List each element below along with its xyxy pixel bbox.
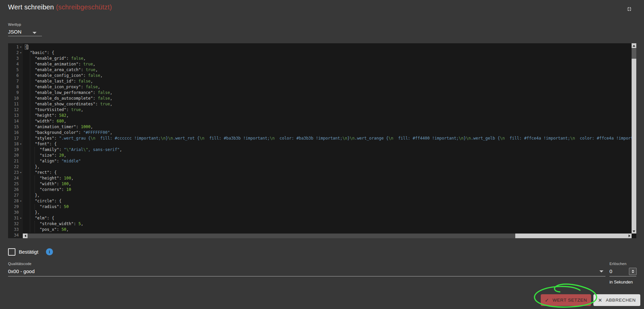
code-line: 12 "tourVisited": true, (8, 107, 632, 113)
text-cursor (27, 45, 28, 49)
code-line: 24 "height": 100, (8, 175, 632, 181)
code-line: 3 "enable_grid": false, (8, 56, 632, 61)
vertical-scrollbar[interactable] (632, 43, 636, 234)
code-line: 1▾{ (8, 44, 632, 50)
code-line: 6 "enable_config_icon": false, (8, 73, 632, 79)
code-line: 7 "enable_last_id": false, (8, 79, 632, 84)
chevron-down-icon[interactable] (599, 270, 603, 272)
cancel-button-label: ABBRECHEN (606, 298, 636, 303)
arrow-left-icon (24, 235, 26, 237)
code-line: 27 }, (8, 193, 632, 198)
code-line: 15 "animation_timer": 1000, (8, 124, 632, 130)
collapse-dialog-button[interactable] (624, 5, 634, 15)
indent-guide (30, 50, 30, 233)
editor-code-area[interactable]: 1▾{2▾ "basic": {3 "enable_grid": false,4… (8, 43, 632, 238)
expire-unit-label: in Sekunden (609, 280, 633, 285)
arrow-right-icon (629, 235, 630, 237)
check-icon: ✓ (545, 297, 549, 303)
code-line: 13 "height": 582, (8, 113, 632, 118)
code-line: 11 "enable_show_coordinates": true, (8, 101, 632, 107)
info-icon[interactable]: i (46, 248, 53, 255)
vertical-scrollbar-thumb[interactable] (632, 48, 636, 59)
chevron-down-icon[interactable] (33, 32, 37, 34)
expire-stepper[interactable] (629, 268, 637, 275)
value-type-select[interactable]: JSON (8, 29, 21, 35)
close-icon: ✕ (598, 297, 602, 303)
horizontal-scrollbar-thumb[interactable] (515, 234, 627, 238)
code-line: 21 "align": "middle" (8, 158, 632, 164)
expire-underline (609, 276, 636, 276)
info-glyph: i (49, 249, 50, 254)
code-line: 8 "enable_icon_proxy": false, (8, 84, 632, 90)
indent-guide (35, 175, 35, 193)
dialog-title-text: Wert schreiben (8, 3, 54, 11)
code-line: 29 "radius": 50 (8, 204, 632, 210)
code-line: 17 "styles": ".wert_grau {\n fill: #cccc… (8, 136, 632, 141)
code-line: 4 "enable_animation": true, (8, 61, 632, 67)
expire-input[interactable]: 0 (609, 268, 612, 274)
quality-code-label: Qualitätscode (8, 262, 32, 266)
horizontal-scrollbar[interactable] (23, 234, 632, 238)
stepper-up-icon[interactable] (632, 270, 634, 271)
code-line: 23▾ "rect": { (8, 170, 632, 175)
code-line: 20 "size": 20, (8, 153, 632, 158)
confirmed-label: Bestätigt (19, 249, 38, 255)
code-line: 18▾ "font": { (8, 141, 632, 147)
code-line: 32 "stroke_width": 5, (8, 221, 632, 227)
code-line: 28▾ "circle": { (8, 198, 632, 204)
code-line: 25 "width": 100, (8, 181, 632, 187)
confirmed-checkbox[interactable] (8, 248, 15, 256)
expire-label: Erlöschen (609, 262, 627, 266)
stepper-down-icon[interactable] (632, 272, 634, 273)
fullscreen-exit-icon (626, 6, 633, 14)
code-line: 16 "background_color": "#FFFFFF00", (8, 130, 632, 136)
code-line: 2▾ "basic": { (8, 50, 632, 56)
code-line: 9 "enable_low_performance": false, (8, 90, 632, 96)
code-line: 33 "pos_x": 50, (8, 227, 632, 233)
value-type-underline (8, 36, 42, 36)
page-title: Wert schreiben(schreibgeschützt) (8, 3, 112, 11)
code-line: 19 "family": "\"Arial\", sans-serif", (8, 147, 632, 153)
scroll-up-button[interactable] (632, 43, 636, 48)
scroll-right-button[interactable] (627, 234, 632, 238)
code-line: 26 "corners": 10 (8, 187, 632, 193)
code-line: 14 "width": 680, (8, 118, 632, 124)
quality-code-select[interactable]: 0x00 - good (8, 268, 35, 274)
write-value-dialog: { "window": { "title": "Wert schreiben",… (0, 0, 644, 309)
scroll-left-button[interactable] (23, 234, 27, 238)
quality-code-underline (8, 276, 605, 276)
indent-guide (35, 147, 35, 164)
readonly-badge: (schreibgeschützt) (56, 3, 112, 11)
indent-guide (35, 204, 35, 210)
cancel-button[interactable]: ✕ ABBRECHEN (593, 294, 640, 306)
arrow-down-icon (633, 230, 635, 232)
code-line: 10 "enable_ds_autocomplete": false, (8, 96, 632, 101)
arrow-up-icon (633, 45, 635, 47)
code-line: 30 }, (8, 210, 632, 215)
indent-guide (35, 221, 35, 233)
set-value-button[interactable]: ✓ WERT SETZEN (541, 294, 591, 306)
set-value-button-label: WERT SETZEN (552, 298, 587, 303)
code-line: 31▾ "elm": { (8, 215, 632, 221)
code-line: 22 }, (8, 164, 632, 170)
json-value-editor[interactable]: 1▾{2▾ "basic": {3 "enable_grid": false,4… (8, 43, 636, 238)
code-line: 5 "enable_area_catch": true, (8, 67, 632, 73)
scroll-down-button[interactable] (632, 229, 636, 234)
value-type-label: Werttyp (8, 22, 21, 27)
